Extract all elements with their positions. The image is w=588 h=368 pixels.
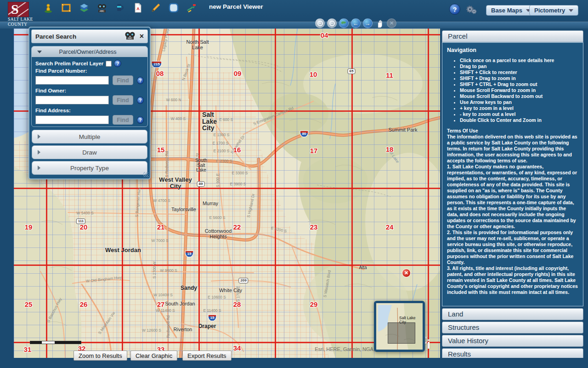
pdf-report-icon[interactable]: A (132, 2, 144, 14)
map-action-button[interactable]: Zoom to Results (74, 351, 127, 361)
township-grid-number: 28 (233, 300, 241, 308)
sidebar-accordion-header[interactable]: Structures (442, 322, 583, 334)
boundary-tool-icon[interactable] (168, 2, 180, 14)
road-label: W 11400 S (156, 308, 175, 313)
city-label: South Jordan (165, 301, 195, 307)
close-icon[interactable]: × (140, 33, 144, 40)
resize-handle[interactable] (143, 172, 148, 177)
navigation-item: + key to zoom in a level (460, 105, 578, 111)
township-grid-number: 08 (156, 69, 164, 77)
navigation-list: Click once on a parcel to see details he… (447, 58, 578, 123)
parcel-search-titlebar[interactable]: Parcel Search ABC × (31, 29, 148, 43)
base-maps-dropdown[interactable]: Base Maps (486, 5, 536, 16)
red-grid-line (351, 29, 353, 358)
city-label: Cottonwood Heights (205, 229, 232, 239)
prelim-layer-checkbox[interactable] (106, 61, 112, 67)
help-icon[interactable]: ? (449, 4, 460, 15)
township-grid-number: 23 (310, 223, 318, 231)
road-label: W 12600 S (142, 328, 161, 333)
city-label: South Salt Lake (195, 158, 207, 173)
deactivate-icon[interactable]: ✕ (387, 18, 396, 28)
township-grid-number: 25 (25, 300, 33, 308)
map-action-button[interactable]: Clear Graphic (130, 351, 177, 361)
road-label: E 11400 S (203, 308, 221, 313)
zoom-out-icon[interactable]: − (327, 18, 337, 28)
parcel-panel-content: Navigation Click once on a parcel to see… (442, 42, 583, 306)
address-input[interactable] (35, 115, 109, 124)
overview-inset-map[interactable]: Salt Lake City (374, 301, 425, 352)
help-icon[interactable]: ? (137, 97, 144, 104)
chevron-down-icon (37, 51, 42, 53)
search-section-bar[interactable]: Draw (32, 145, 147, 159)
pan-icon[interactable] (375, 18, 384, 28)
inset-close-icon[interactable]: ✕ (402, 269, 411, 277)
salt-lake-county-logo: S SALT LAKE COUNTY (8, 2, 36, 28)
city-label: Draper (198, 323, 216, 329)
draw-tool-icon[interactable] (150, 2, 162, 14)
find-owner-button[interactable]: Find (113, 95, 133, 105)
base-maps-label: Base Maps (491, 7, 522, 14)
chevron-down-icon (569, 9, 573, 12)
road-label: E 1700 S (213, 141, 229, 145)
parcel-owner-address-header[interactable]: Parcel/Owner/Address (32, 46, 147, 57)
map-action-button[interactable]: Export Results (182, 351, 232, 361)
city-label: Sandy (181, 285, 197, 291)
settings-gears-icon[interactable] (465, 4, 478, 17)
road-label: E 2100 S (214, 149, 230, 153)
township-grid-number: 10 (310, 70, 317, 78)
full-extent-icon[interactable] (339, 18, 349, 28)
city-label: Riverton (174, 327, 192, 333)
next-extent-icon[interactable]: → (363, 18, 373, 28)
township-grid-number: 19 (25, 223, 33, 231)
extent-rectangle[interactable] (388, 322, 415, 344)
measure-tool-icon[interactable] (60, 2, 72, 14)
red-grid-line (14, 264, 440, 266)
parcel-owner-address-section: Parcel/Owner/Address Search Prelim Parce… (31, 46, 148, 127)
logo-text-line2: COUNTY (8, 23, 36, 27)
township-grid-number: 26 (80, 300, 88, 308)
links-tool-icon[interactable] (186, 2, 198, 14)
previous-extent-icon[interactable]: ← (351, 18, 361, 28)
identify-tool-icon[interactable] (114, 2, 126, 14)
road-label: E 10600 S (208, 295, 226, 299)
find-address-button[interactable]: Find (113, 115, 133, 125)
find-parcel-label: Find Parcel Number: (35, 68, 144, 75)
navigation-item: SHIFT + CTRL + Drag to zoom out (460, 81, 578, 87)
find-parcel-button[interactable]: Find (113, 75, 133, 85)
road-label: W 5400 S (76, 211, 93, 215)
find-tool-icon[interactable]: ABC (96, 2, 108, 14)
search-section-bar[interactable]: Multiple (32, 130, 147, 144)
logo-text-line1: SALT LAKE (8, 17, 36, 22)
help-icon[interactable]: ? (114, 60, 121, 67)
chevron-right-icon (38, 134, 40, 139)
township-grid-number: 20 (80, 223, 88, 231)
zoom-in-icon[interactable]: + (315, 18, 325, 28)
sidebar-accordion-header[interactable]: Land (442, 308, 583, 320)
red-grid-line (428, 29, 429, 358)
road-label: S 900 E (215, 173, 220, 187)
layers-tool-icon[interactable] (78, 2, 90, 14)
terms-text: The information delivered on this web si… (447, 134, 578, 295)
owner-input[interactable] (35, 96, 109, 104)
city-label: White City (219, 288, 242, 293)
help-icon[interactable]: ? (137, 77, 144, 84)
search-section-bar[interactable]: Property Type (32, 161, 147, 175)
terms-paragraph: 1. Salt Lake County makes no guarantees,… (447, 164, 578, 230)
sidebar-accordion-header[interactable]: Value History (442, 335, 583, 347)
help-icon[interactable]: ? (137, 116, 144, 124)
township-grid-number: 24 (386, 223, 394, 231)
terms-paragraph: 2. This site is provided for information… (447, 230, 578, 265)
navigation-item: - key to zoom out a level (460, 111, 578, 117)
locate-tool-icon[interactable] (42, 2, 54, 14)
route-shield: 209 (238, 278, 248, 283)
township-grid-number: 21 (157, 223, 165, 231)
inset-city-label: Salt Lake City (399, 316, 415, 325)
terms-paragraph: The information delivered on this web si… (447, 134, 578, 164)
parcel-number-input[interactable] (35, 76, 109, 85)
township-grid-number: 29 (310, 300, 318, 308)
navigation-item: Click once on a parcel to see details he… (460, 58, 578, 63)
parcel-accordion-header[interactable]: Parcel (442, 30, 583, 42)
pictometry-label: Pictometry (534, 7, 565, 14)
binoculars-icon: ABC (124, 31, 136, 42)
pictometry-dropdown[interactable]: Pictometry (529, 5, 578, 16)
